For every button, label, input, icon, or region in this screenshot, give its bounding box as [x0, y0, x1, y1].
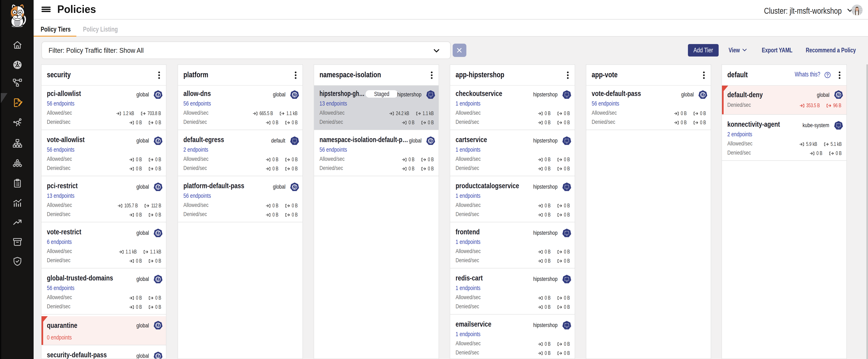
svg-text:ns: ns — [838, 127, 839, 129]
svg-text:ns: ns — [294, 142, 296, 144]
svg-text:ns: ns — [566, 327, 567, 328]
svg-text:ns: ns — [430, 96, 432, 98]
svg-text:ns: ns — [566, 281, 567, 282]
svg-text:ns: ns — [566, 142, 567, 144]
svg-text:ns: ns — [566, 96, 567, 98]
svg-text:ns: ns — [566, 188, 567, 190]
svg-text:ns: ns — [566, 234, 567, 236]
